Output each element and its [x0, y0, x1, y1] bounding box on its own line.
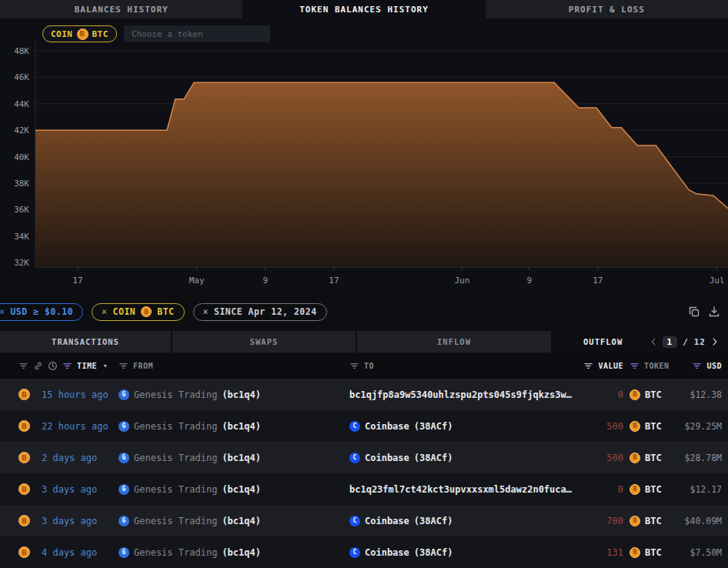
close-icon[interactable]: × [203, 306, 209, 317]
usd-amount: $12.38 [680, 389, 722, 400]
from-address-tag[interactable]: (bc1q4) [222, 453, 261, 463]
svg-text:36K: 36K [14, 205, 29, 215]
svg-text:38K: 38K [14, 179, 29, 189]
btc-coin-icon: B [18, 483, 30, 495]
value-amount: 0 [580, 389, 623, 400]
filter-chip-coin[interactable]: × COIN B BTC [92, 303, 184, 321]
selected-token-chip[interactable]: COIN B BTC [42, 25, 117, 42]
col-header-from[interactable]: FROM [133, 362, 153, 370]
table-row[interactable]: B 2 days ago G Genesis Trading (bc1q4) C… [0, 442, 728, 473]
col-header-value[interactable]: VALUE [598, 362, 623, 370]
time-link[interactable]: 4 days ago [42, 547, 97, 558]
table-row[interactable]: B 3 days ago G Genesis Trading (bc1q4) b… [0, 473, 728, 505]
from-entity-name[interactable]: Genesis Trading [134, 516, 217, 526]
from-address-tag[interactable]: (bc1q4) [222, 421, 261, 432]
copy-icon[interactable] [688, 306, 700, 318]
from-entity-name[interactable]: Genesis Trading [134, 453, 217, 463]
from-address-tag[interactable]: (bc1q4) [222, 389, 261, 400]
chevron-down-icon[interactable]: ▾ [103, 362, 108, 369]
value-filter-funnel-icon[interactable] [583, 361, 593, 371]
choose-token-input[interactable] [124, 25, 270, 42]
tab-transactions[interactable]: TRANSACTIONS [0, 331, 172, 352]
from-filter-funnel-icon[interactable] [119, 361, 129, 371]
filter-funnel-icon[interactable] [18, 361, 28, 371]
page-separator: / [683, 337, 689, 347]
from-address-tag[interactable]: (bc1q4) [222, 516, 261, 526]
table-row[interactable]: B 22 hours ago G Genesis Trading (bc1q4)… [0, 410, 728, 442]
link-icon[interactable] [33, 361, 43, 371]
usd-filter-funnel-icon[interactable] [692, 361, 702, 371]
to-entity-name[interactable]: Coinbase [365, 516, 409, 526]
page-next-icon[interactable] [711, 337, 719, 346]
to-address-tag[interactable]: (38ACf) [414, 453, 453, 463]
filter-chip-since[interactable]: × SINCE Apr 12, 2024 [193, 303, 327, 321]
value-amount: 500 [580, 421, 623, 432]
download-icon[interactable] [708, 306, 720, 318]
svg-text:17: 17 [329, 276, 339, 286]
to-address[interactable]: bc1qjfp8a9w5340uhlzspu2pts045s9fjqkzs3w… [349, 389, 572, 400]
time-link[interactable]: 2 days ago [42, 453, 97, 463]
clock-icon[interactable] [48, 361, 58, 371]
from-entity-name[interactable]: Genesis Trading [134, 547, 217, 558]
btc-token-icon: B [629, 453, 640, 463]
from-entity-name[interactable]: Genesis Trading [134, 421, 217, 432]
token-symbol: BTC [645, 389, 662, 400]
col-header-time[interactable]: TIME [77, 362, 97, 370]
from-entity-name[interactable]: Genesis Trading [134, 389, 217, 400]
btc-coin-icon: B [18, 420, 30, 432]
coinbase-icon: C [349, 547, 360, 558]
from-address-tag[interactable]: (bc1q4) [222, 547, 261, 558]
page-prev-icon[interactable] [650, 337, 657, 346]
time-link[interactable]: 15 hours ago [42, 389, 109, 400]
coinbase-icon: C [349, 516, 360, 526]
filter-chip-usd[interactable]: × USD ≥ $0.10 [0, 303, 83, 321]
filter-chip-usd-label: USD ≥ $0.10 [10, 306, 73, 317]
token-filter-funnel-icon[interactable] [629, 361, 640, 371]
btc-coin-icon: B [77, 28, 88, 40]
to-address[interactable]: bc1q23fml7ct42kct3upvxxsxml5dawz2n0fuca… [349, 484, 572, 495]
close-icon[interactable]: × [0, 306, 5, 317]
col-header-to[interactable]: TO [364, 362, 374, 370]
svg-text:Jul: Jul [710, 276, 725, 286]
from-address-tag[interactable]: (bc1q4) [222, 484, 261, 495]
btc-token-icon: B [629, 389, 640, 400]
btc-coin-icon: B [18, 452, 30, 463]
tab-swaps[interactable]: SWAPS [172, 331, 357, 352]
time-filter-funnel-icon[interactable] [62, 361, 72, 371]
top-tab-bar: BALANCES HISTORY TOKEN BALANCES HISTORY … [0, 0, 728, 18]
to-entity-name[interactable]: Coinbase [365, 547, 409, 558]
tab-balances-history[interactable]: BALANCES HISTORY [0, 0, 242, 18]
to-address-tag[interactable]: (38ACf) [414, 421, 453, 432]
to-entity-name[interactable]: Coinbase [365, 421, 409, 432]
token-symbol: BTC [645, 421, 662, 432]
to-address-tag[interactable]: (38ACf) [414, 516, 453, 526]
svg-text:17: 17 [72, 276, 82, 286]
to-address-tag[interactable]: (38ACf) [414, 547, 453, 558]
time-link[interactable]: 22 hours ago [42, 421, 109, 432]
area-chart-canvas[interactable]: 48K46K44K42K40K38K36K34K32K17May917Jun91… [0, 18, 728, 292]
time-link[interactable]: 3 days ago [42, 516, 97, 526]
btc-coin-icon: B [141, 306, 152, 317]
token-symbol: BTC [645, 547, 662, 558]
to-entity-name[interactable]: Coinbase [365, 453, 409, 463]
table-row[interactable]: B 4 days ago G Genesis Trading (bc1q4) C… [0, 536, 728, 568]
btc-token-icon: B [629, 516, 640, 526]
tab-profit-and-loss[interactable]: PROFIT & LOSS [486, 0, 728, 18]
time-link[interactable]: 3 days ago [42, 484, 97, 495]
col-header-token[interactable]: TOKEN [644, 362, 670, 370]
from-entity-name[interactable]: Genesis Trading [134, 484, 217, 495]
table-row[interactable]: B 15 hours ago G Genesis Trading (bc1q4)… [0, 379, 728, 410]
tab-token-balances-history[interactable]: TOKEN BALANCES HISTORY [242, 0, 485, 18]
close-icon[interactable]: × [102, 306, 107, 317]
page-current[interactable]: 1 [663, 336, 678, 348]
filter-chip-since-label: SINCE Apr 12, 2024 [214, 306, 317, 317]
table-row[interactable]: B 3 days ago G Genesis Trading (bc1q4) C… [0, 505, 728, 536]
pagination: 1 / 12 [650, 336, 720, 348]
usd-amount: $12.17 [680, 484, 722, 495]
col-header-usd[interactable]: USD [706, 362, 722, 370]
tab-outflow[interactable]: OUTFLOW 1 / 12 [553, 331, 728, 352]
svg-text:42K: 42K [14, 125, 29, 135]
to-filter-funnel-icon[interactable] [349, 361, 359, 371]
usd-amount: $29.25M [680, 421, 722, 432]
tab-inflow[interactable]: INFLOW [357, 331, 553, 352]
